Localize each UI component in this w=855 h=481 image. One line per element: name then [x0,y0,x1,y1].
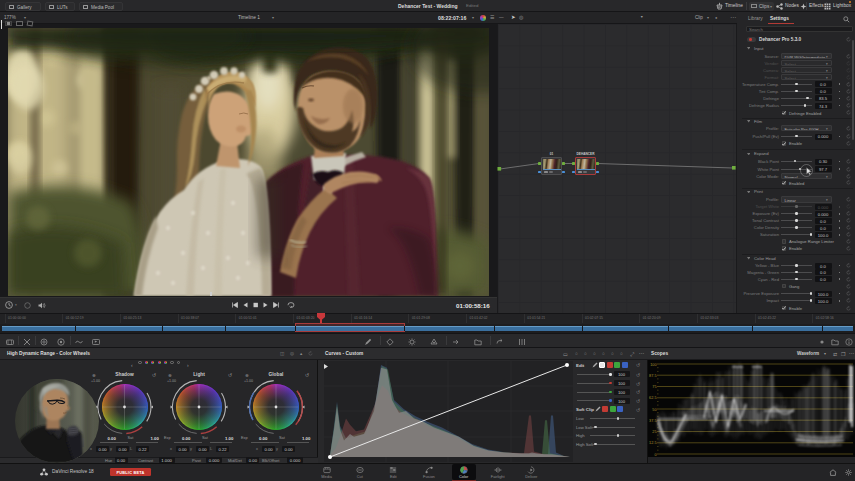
svg-text:37.5: 37.5 [649,418,656,422]
svg-text:75: 75 [652,385,656,389]
svg-text:12.5: 12.5 [649,441,656,445]
svg-text:50: 50 [652,407,656,411]
svg-text:100: 100 [650,362,656,366]
svg-text:62.5: 62.5 [649,396,656,400]
svg-text:0: 0 [654,452,656,456]
svg-text:25: 25 [652,430,656,434]
svg-text:87.5: 87.5 [649,373,656,377]
